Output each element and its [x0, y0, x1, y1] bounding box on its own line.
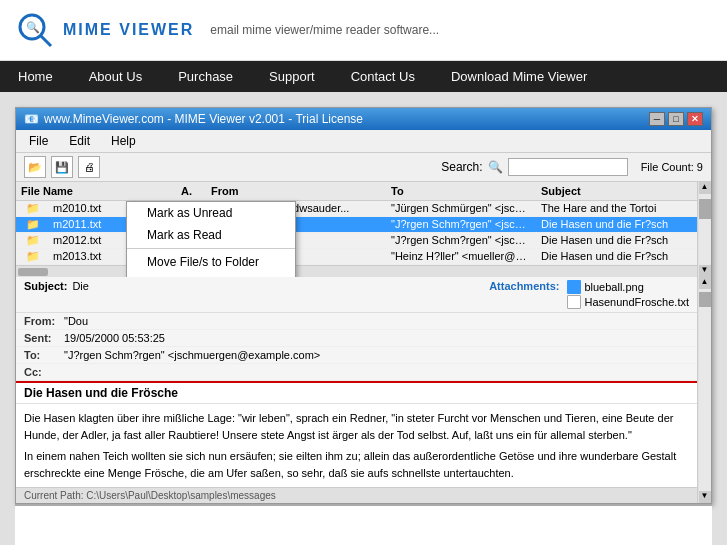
cell-to: "J?rgen Schm?rgen" <jschmu... [386, 233, 536, 248]
site-header: 🔍 MIME VIEWER email mime viewer/mime rea… [0, 0, 727, 61]
window-title-icon: 📧 [24, 112, 39, 126]
attachment-item: HasenundFrosche.txt [567, 295, 689, 309]
window-title-text: www.MimeViewer.com - MIME Viewer v2.001 … [44, 112, 363, 126]
toolbar-open-btn[interactable]: 📂 [24, 156, 46, 178]
col-subject: Subject [536, 184, 697, 198]
cell-to: "J?rgen Schm?rgen" <jschmu... [386, 217, 536, 232]
hscroll-thumb[interactable] [18, 268, 48, 276]
to-label: To: [24, 349, 59, 361]
filelist-main: File Name A. From To Subject 📁m2010.txt … [16, 182, 697, 277]
attachment-name-1: blueball.png [584, 281, 643, 293]
body-para-1: Die Hasen klagten über ihre mißliche Lag… [24, 410, 689, 443]
context-move-folder[interactable]: Move File/s to Folder [127, 251, 295, 273]
logo-icon: 🔍 [15, 10, 55, 50]
cell-subject: Die Hasen und die Fr?sch [536, 233, 697, 248]
cc-label: Cc: [24, 366, 59, 378]
toolbar-print-btn[interactable]: 🖨 [78, 156, 100, 178]
table-row[interactable]: 📁m2013.txt ... "Heinz H?ller" <mueller@e… [16, 249, 697, 265]
toolbar-save-btn[interactable]: 💾 [51, 156, 73, 178]
maximize-button[interactable]: □ [668, 112, 684, 126]
col-filename: File Name [16, 184, 176, 198]
body-para-2: In einem nahen Teich wollten sie sich nu… [24, 448, 689, 481]
cell-subject: Die Hasen und die Fr?sch [536, 217, 697, 232]
preview-scroll-down-btn[interactable]: ▼ [699, 491, 711, 503]
attachments-label: Attachments: [489, 280, 559, 309]
menu-edit[interactable]: Edit [61, 132, 98, 150]
filelist-vscroll[interactable]: ▲ ▼ [697, 182, 711, 277]
menu-help[interactable]: Help [103, 132, 144, 150]
svg-line-1 [41, 36, 51, 46]
window-titlebar: 📧 www.MimeViewer.com - MIME Viewer v2.00… [16, 108, 711, 130]
nav-support[interactable]: Support [251, 61, 333, 92]
file-count: File Count: 9 [641, 161, 703, 173]
preview-scroll-up-btn[interactable]: ▲ [699, 277, 711, 289]
cell-subject: Die Hasen und die Fr?sch [536, 249, 697, 264]
filelist-outer: File Name A. From To Subject 📁m2010.txt … [16, 182, 711, 277]
mime-viewer-window: 📧 www.MimeViewer.com - MIME Viewer v2.00… [15, 107, 712, 504]
col-att: A. [176, 184, 206, 198]
preview-to-row: To: "J?rgen Schm?rgen" <jschmuergen@exam… [16, 347, 697, 364]
attachment-png-icon [567, 280, 581, 294]
nav-contact[interactable]: Contact Us [333, 61, 433, 92]
folder-icon: 📁 [21, 201, 45, 215]
from-label: From: [24, 315, 59, 327]
context-copy-folder[interactable]: Copy File/s to Folder [127, 273, 295, 277]
search-label: Search: [441, 160, 482, 174]
search-input[interactable] [508, 158, 628, 176]
table-row[interactable]: 📁m2012.txt ... "J?rgen Schm?rgen" <jschm… [16, 233, 697, 249]
context-menu: Mark as Unread Mark as Read Move File/s … [126, 201, 296, 277]
preview-footer: Current Path: C:\Users\Paul\Desktop\samp… [16, 487, 697, 503]
attachment-name-2: HasenundFrosche.txt [584, 296, 689, 308]
context-mark-read[interactable]: Mark as Read [127, 224, 295, 246]
menu-file[interactable]: File [21, 132, 56, 150]
context-mark-unread[interactable]: Mark as Unread [127, 202, 295, 224]
svg-text:🔍: 🔍 [26, 20, 40, 34]
main-content: 📧 www.MimeViewer.com - MIME Viewer v2.00… [0, 92, 727, 545]
preview-vscroll[interactable]: ▲ ▼ [697, 277, 711, 503]
toolbar: 📂 💾 🖨 Search: 🔍 File Count: 9 [16, 153, 711, 182]
logo-container: 🔍 MIME VIEWER email mime viewer/mime rea… [15, 10, 439, 50]
cell-to: "Heinz H?ller" <mueller@exa... [386, 249, 536, 264]
logo-tagline: email mime viewer/mime reader software..… [210, 23, 439, 37]
preview-scroll-thumb[interactable] [699, 292, 711, 307]
preview-header-row1: Subject: Die Attachments: blueball.png [16, 277, 697, 313]
preview-outer: Subject: Die Attachments: blueball.png [16, 277, 711, 503]
nav-about[interactable]: About Us [71, 61, 160, 92]
cell-to: "Jürgen Schmürgen" <jschmue... [386, 201, 536, 216]
nav-purchase[interactable]: Purchase [160, 61, 251, 92]
hscroll-bar[interactable] [16, 265, 697, 277]
close-button[interactable]: ✕ [687, 112, 703, 126]
preview-subject-text: Die Hasen und die Frösche [24, 386, 178, 400]
scroll-down-btn[interactable]: ▼ [699, 265, 711, 277]
bottom-ad [15, 504, 712, 545]
preview-cc-row: Cc: [16, 364, 697, 381]
main-nav: Home About Us Purchase Support Contact U… [0, 61, 727, 92]
scroll-up-btn[interactable]: ▲ [699, 182, 711, 194]
preview-main: Subject: Die Attachments: blueball.png [16, 277, 697, 503]
window-title-area: 📧 www.MimeViewer.com - MIME Viewer v2.00… [24, 112, 363, 126]
from-value: "Dou [64, 315, 88, 327]
scroll-track [699, 194, 711, 265]
folder-icon: 📁 [21, 249, 45, 263]
logo-text: MIME VIEWER [63, 21, 194, 39]
subject-label: Subject: [24, 280, 67, 309]
current-path: Current Path: C:\Users\Paul\Desktop\samp… [24, 490, 276, 501]
attachment-txt-icon [567, 295, 581, 309]
preview-from-row: From: "Dou [16, 313, 697, 330]
attachment-item: blueball.png [567, 280, 689, 294]
window-controls: ─ □ ✕ [649, 112, 703, 126]
minimize-button[interactable]: ─ [649, 112, 665, 126]
sent-value: 19/05/2000 05:53:25 [64, 332, 165, 344]
sent-label: Sent: [24, 332, 59, 344]
preview-subject-bar: Die Hasen und die Frösche [16, 381, 697, 404]
nav-home[interactable]: Home [0, 61, 71, 92]
table-row[interactable]: 📁m2011.txt 2 ... "J?rgen Schm?rgen" <jsc… [16, 217, 697, 233]
table-row[interactable]: 📁m2010.txt 2 "Doug Sauder" <dwsauder... … [16, 201, 697, 217]
preview-scroll-track [699, 289, 711, 491]
nav-download[interactable]: Download Mime Viewer [433, 61, 605, 92]
preview-sent-row: Sent: 19/05/2000 05:53:25 [16, 330, 697, 347]
scroll-thumb[interactable] [699, 199, 711, 219]
attachments-list: blueball.png HasenundFrosche.txt [567, 280, 689, 309]
search-icon-btn[interactable]: 🔍 [488, 160, 503, 174]
preview-body: Die Hasen klagten über ihre mißliche Lag… [16, 404, 697, 487]
